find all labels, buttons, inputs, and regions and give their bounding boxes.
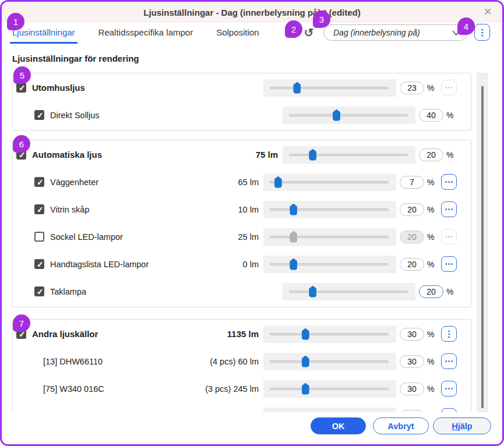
percent-unit: % <box>427 357 438 366</box>
more-ellipsis-button[interactable]: ••• <box>441 229 457 245</box>
slider[interactable] <box>283 107 415 124</box>
lumen-value: 25 lm <box>183 232 259 242</box>
callout-badge-5: 5 <box>13 66 31 84</box>
checkbox[interactable] <box>34 259 44 269</box>
percent-input[interactable]: 23 <box>400 82 424 94</box>
tab-realtidsspecifika-lampor[interactable]: Realtidsspecifika lampor <box>96 25 196 44</box>
checkbox[interactable] <box>34 110 44 120</box>
row-label: Utomhusljus <box>32 83 85 93</box>
more-kebab-button[interactable]: ••• <box>441 326 457 342</box>
slider-track <box>270 208 389 211</box>
slider[interactable] <box>263 380 396 398</box>
row-label: Väggenheter <box>50 178 98 187</box>
percent-input[interactable]: 30 <box>400 383 424 395</box>
lumen-value: 75 lm <box>202 150 278 160</box>
row-label: Handtagslista LED-lampor <box>50 260 149 269</box>
slider[interactable] <box>263 228 396 246</box>
more-ellipsis-button[interactable]: ••• <box>441 381 457 397</box>
percent-value: 20 <box>407 205 417 214</box>
slider-thumb[interactable] <box>309 149 316 161</box>
percent-unit: % <box>446 150 457 160</box>
slider[interactable] <box>283 146 415 164</box>
slider-track <box>289 114 408 116</box>
tab-bar: Ljusinställningar Realtidsspecifika lamp… <box>10 25 262 44</box>
scrollbar-thumb[interactable] <box>481 86 484 408</box>
percent-input[interactable]: 30 <box>400 328 424 341</box>
slider-thumb[interactable] <box>302 328 309 340</box>
percent-input[interactable]: 20 <box>400 203 424 216</box>
cancel-button[interactable]: Avbryt <box>373 417 429 434</box>
checkbox[interactable] <box>34 204 44 214</box>
vertical-scrollbar[interactable] <box>477 73 488 413</box>
slider-track <box>270 181 389 183</box>
slider-track <box>270 87 389 89</box>
percent-input[interactable]: 20 <box>419 148 443 161</box>
percent-unit: % <box>446 287 457 296</box>
row-label: Vitrin skåp <box>50 205 89 214</box>
kebab-menu-icon: ••• <box>446 329 452 339</box>
slider-thumb[interactable] <box>309 286 316 298</box>
callout-badge-3: 3 <box>313 10 330 28</box>
slider-thumb[interactable] <box>274 176 282 188</box>
checkbox[interactable] <box>34 232 44 242</box>
percent-unit: % <box>446 111 457 120</box>
percent-input[interactable]: 20 <box>400 258 424 271</box>
row-w340-016c: [75] W340 016C (3 pcs) 245 lm 30 % ••• <box>13 375 471 402</box>
row-label: Andra ljuskällor <box>32 329 98 339</box>
percent-value: 40 <box>427 111 436 120</box>
more-menu-button[interactable]: ••• <box>474 24 490 41</box>
slider-thumb[interactable] <box>290 231 297 243</box>
percent-input[interactable]: 7 <box>400 176 424 189</box>
slider[interactable] <box>263 325 396 343</box>
checkbox[interactable] <box>34 286 44 296</box>
slider-thumb[interactable] <box>302 356 309 367</box>
slider-thumb[interactable] <box>293 82 301 94</box>
percent-input[interactable]: 40 <box>419 109 443 122</box>
row-label: Direkt Solljus <box>50 111 100 120</box>
percent-unit: % <box>427 83 438 93</box>
row-vitrin-skap: Vitrin skåp 10 lm 20 % ••• <box>13 196 471 223</box>
more-ellipsis-button[interactable]: ••• <box>441 353 457 369</box>
more-ellipsis-button[interactable]: ••• <box>441 201 457 217</box>
row-label: [75] W340 016C <box>43 384 104 394</box>
slider-thumb[interactable] <box>333 109 340 121</box>
help-button[interactable]: Hjälp <box>433 417 491 434</box>
row-automatiska-ljus: Automatiska ljus 75 lm 20 % ••• <box>13 141 471 168</box>
lumen-value: 0 lm <box>183 260 259 269</box>
slider[interactable] <box>263 353 396 370</box>
preset-dropdown-value: Dag (innerbelysning på) <box>333 28 452 37</box>
help-button-label: Hjälp <box>433 422 491 431</box>
more-ellipsis-button[interactable]: ••• <box>441 80 457 95</box>
more-ellipsis-button[interactable]: ••• <box>441 256 457 272</box>
ellipsis-icon: ••• <box>444 261 454 267</box>
percent-value: 20 <box>427 150 436 160</box>
slider-track <box>289 154 408 156</box>
ellipsis-icon: ••• <box>444 234 454 240</box>
preset-dropdown[interactable]: Dag (innerbelysning på) <box>323 24 468 41</box>
slider-thumb[interactable] <box>302 383 309 395</box>
ok-button[interactable]: OK <box>311 417 366 434</box>
close-icon[interactable]: ✕ <box>481 6 494 19</box>
more-ellipsis-button[interactable]: ••• <box>441 174 457 190</box>
tab-solposition[interactable]: Solposition <box>214 25 261 44</box>
percent-input[interactable]: 20 <box>400 231 424 243</box>
slider[interactable] <box>263 256 396 273</box>
slider[interactable] <box>283 283 415 300</box>
percent-value: 23 <box>407 83 417 93</box>
row-utomhusljus: Utomhusljus 23 % ••• <box>13 74 471 101</box>
percent-unit: % <box>427 260 438 269</box>
slider[interactable] <box>263 201 396 218</box>
light-settings-dialog: Ljusinställningar - Dag (innerbelysning … <box>0 0 504 446</box>
kebab-menu-icon: ••• <box>479 27 485 37</box>
slider[interactable] <box>263 174 396 191</box>
percent-input[interactable]: 30 <box>400 355 424 368</box>
slider[interactable] <box>263 79 396 97</box>
checkbox[interactable] <box>34 177 44 187</box>
lumen-value: (4 pcs) 60 lm <box>183 357 259 366</box>
slider-thumb[interactable] <box>290 259 297 270</box>
lumen-value: 65 lm <box>183 178 259 187</box>
checkbox[interactable] <box>16 83 26 93</box>
slider-thumb[interactable] <box>290 204 297 215</box>
percent-input[interactable]: 20 <box>419 285 443 298</box>
lumen-value: 10 lm <box>183 205 259 214</box>
